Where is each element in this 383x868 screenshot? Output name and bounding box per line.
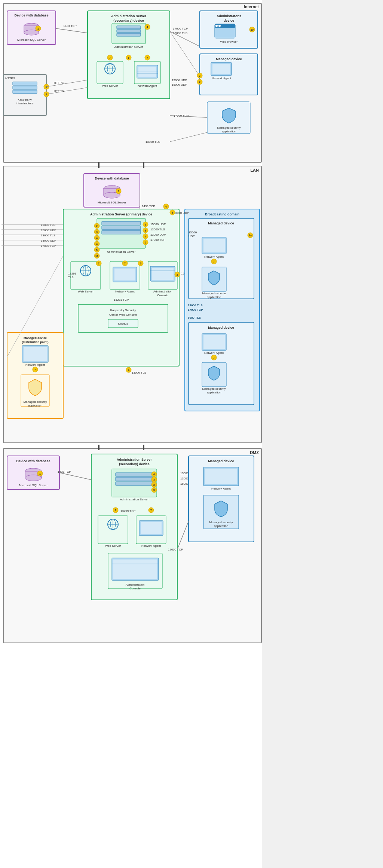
- svg-text:1: 1: [37, 27, 39, 30]
- svg-rect-261: [113, 559, 157, 579]
- svg-text:Managed device: Managed device: [208, 221, 234, 225]
- svg-text:15000: 15000: [189, 231, 197, 234]
- svg-text:1433 TCP: 1433 TCP: [142, 205, 155, 208]
- svg-text:16: 16: [95, 255, 98, 257]
- svg-text:17000 TCP: 17000 TCP: [173, 27, 188, 30]
- svg-text:Administration: Administration: [153, 290, 172, 293]
- svg-text:Web Server: Web Server: [105, 544, 121, 548]
- svg-text:7: 7: [109, 56, 111, 59]
- svg-text:(secondary) device: (secondary) device: [113, 19, 144, 22]
- svg-text:2: 2: [145, 223, 146, 226]
- svg-rect-257: [141, 522, 162, 534]
- svg-rect-35: [138, 67, 156, 77]
- diagram-svg: Internet Device with database Microsoft …: [1, 1, 263, 868]
- svg-text:17000 TCP: 17000 TCP: [41, 244, 56, 248]
- svg-text:2: 2: [199, 81, 200, 83]
- svg-text:Web browser: Web browser: [220, 40, 238, 43]
- svg-text:TLS: TLS: [68, 276, 74, 279]
- svg-text:8: 8: [46, 86, 47, 88]
- svg-text:Microsoft SQL Server: Microsoft SQL Server: [17, 38, 46, 42]
- svg-text:Managed security: Managed security: [202, 387, 226, 390]
- svg-text:3: 3: [199, 74, 200, 77]
- svg-text:15000 UDP: 15000 UDP: [41, 228, 56, 232]
- page-wrapper: Internet Device with database Microsoft …: [0, 0, 262, 868]
- svg-text:15000 UDP: 15000 UDP: [172, 83, 187, 86]
- svg-text:2: 2: [177, 273, 178, 276]
- svg-text:1: 1: [118, 190, 119, 193]
- svg-text:7: 7: [98, 262, 99, 265]
- svg-text:Microsoft SQL Server: Microsoft SQL Server: [98, 201, 126, 204]
- svg-rect-74: [13, 90, 37, 93]
- svg-text:Network Agent: Network Agent: [204, 351, 224, 355]
- svg-text:2: 2: [96, 225, 98, 227]
- svg-text:7: 7: [213, 356, 215, 359]
- svg-rect-229: [116, 473, 153, 476]
- svg-text:HTTPS: HTTPS: [5, 77, 15, 80]
- svg-text:Console: Console: [157, 294, 168, 297]
- svg-text:6: 6: [140, 262, 141, 265]
- svg-text:Managed device: Managed device: [24, 336, 47, 340]
- svg-text:Managed security: Managed security: [209, 521, 233, 524]
- internet-label: Internet: [244, 4, 259, 9]
- svg-rect-73: [13, 86, 37, 89]
- svg-text:Administration Server (primary: Administration Server (primary) device: [90, 212, 152, 216]
- svg-text:Kaspersky: Kaspersky: [18, 98, 31, 101]
- svg-text:7: 7: [115, 509, 116, 512]
- svg-rect-155: [152, 268, 174, 280]
- svg-rect-71: [3, 74, 46, 116]
- svg-text:4: 4: [153, 473, 155, 476]
- svg-text:DMZ: DMZ: [250, 450, 259, 455]
- svg-text:7: 7: [147, 56, 148, 59]
- svg-text:Network Agent: Network Agent: [212, 77, 232, 80]
- svg-text:Administration Server: Administration Server: [111, 14, 147, 18]
- svg-text:2: 2: [153, 484, 155, 486]
- svg-text:15000 UDP: 15000 UDP: [150, 223, 166, 226]
- svg-point-48: [215, 25, 218, 27]
- svg-text:Administrator's: Administrator's: [217, 14, 241, 18]
- svg-rect-103: [102, 221, 141, 225]
- svg-text:4: 4: [145, 235, 146, 238]
- svg-text:Device with database: Device with database: [14, 13, 48, 17]
- svg-text:Network Agent: Network Agent: [211, 487, 231, 490]
- svg-text:4: 4: [96, 237, 98, 239]
- svg-text:Administration Server: Administration Server: [117, 458, 152, 461]
- svg-text:4: 4: [147, 26, 148, 28]
- svg-text:Managed security: Managed security: [23, 400, 47, 404]
- svg-rect-72: [13, 82, 37, 85]
- svg-text:13299: 13299: [68, 272, 77, 275]
- svg-text:Administration Server: Administration Server: [107, 250, 136, 254]
- svg-text:device: device: [224, 19, 234, 22]
- svg-text:5: 5: [96, 249, 98, 251]
- svg-text:Administration Server: Administration Server: [114, 45, 143, 49]
- svg-text:13000 UDP: 13000 UDP: [172, 79, 187, 82]
- svg-text:5: 5: [128, 56, 129, 59]
- svg-point-49: [218, 25, 221, 27]
- svg-text:13299 TCP: 13299 TCP: [120, 509, 135, 513]
- svg-text:7: 7: [213, 260, 215, 263]
- svg-text:Managed device: Managed device: [208, 326, 234, 329]
- svg-text:1433 TCP: 1433 TCP: [63, 24, 77, 28]
- svg-text:Administration Server: Administration Server: [120, 498, 149, 501]
- svg-text:Managed device: Managed device: [216, 57, 242, 61]
- svg-text:(distribution point): (distribution point): [22, 340, 48, 344]
- svg-text:Console: Console: [129, 587, 141, 590]
- svg-text:Device with database: Device with database: [16, 459, 50, 463]
- svg-rect-203: [24, 347, 47, 361]
- svg-text:7: 7: [124, 262, 126, 265]
- svg-rect-17: [117, 33, 141, 36]
- svg-text:Network Agent: Network Agent: [141, 544, 161, 548]
- svg-rect-179: [203, 239, 225, 252]
- svg-rect-15: [117, 26, 141, 29]
- svg-text:Network Agent: Network Agent: [115, 290, 135, 293]
- svg-text:UDP: UDP: [189, 234, 195, 238]
- svg-text:Network Agent: Network Agent: [204, 255, 224, 258]
- svg-text:Administration: Administration: [126, 583, 145, 586]
- svg-text:13000 TLS: 13000 TLS: [41, 234, 55, 237]
- svg-rect-56: [212, 64, 230, 74]
- svg-text:13000 TLS: 13000 TLS: [41, 223, 55, 227]
- svg-text:13000 UDP: 13000 UDP: [150, 233, 166, 236]
- svg-text:HTTPS: HTTPS: [54, 89, 64, 93]
- svg-text:17000 TCP: 17000 TCP: [188, 308, 203, 312]
- svg-text:13000 UDP: 13000 UDP: [41, 239, 56, 242]
- svg-text:Node.js: Node.js: [118, 322, 128, 325]
